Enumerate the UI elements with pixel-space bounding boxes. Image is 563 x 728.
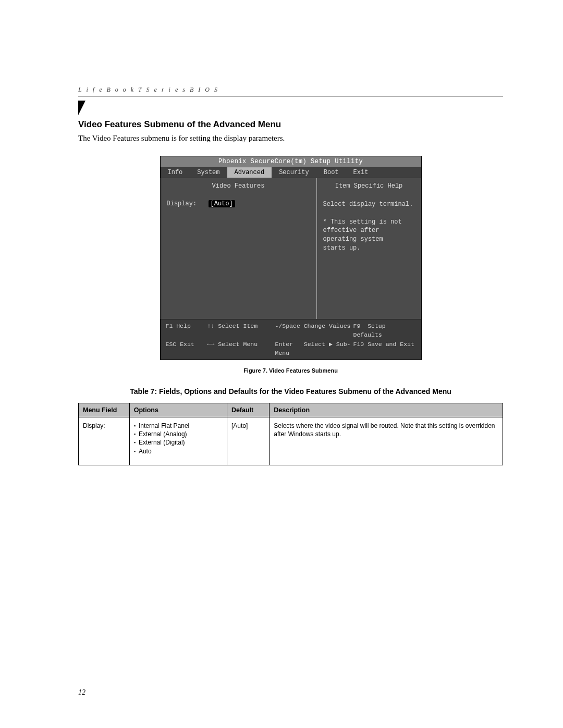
bios-help-panel: Item Specific Help Select display termin… (317, 178, 421, 319)
cell-menu-field: Display: (79, 417, 130, 465)
bios-panel-title: Video Features (167, 182, 310, 190)
options-table: Menu Field Options Default Description D… (78, 403, 503, 465)
bios-field-label: Display: (167, 200, 209, 207)
bios-screenshot: Phoenix SecureCore(tm) Setup Utility Inf… (160, 156, 422, 360)
header-flag-icon (78, 101, 85, 115)
arrow-updown-icon: ↑↓ (207, 323, 215, 329)
option-item: External (Digital) (134, 438, 223, 447)
footer-label: Change Values (304, 323, 351, 329)
bios-help-title: Item Specific Help (323, 182, 415, 190)
footer-label: Save and Exit (368, 341, 414, 348)
cell-options: Internal Flat Panel External (Analog) Ex… (129, 417, 227, 465)
table-title: Table 7: Fields, Options and Defaults fo… (78, 387, 503, 396)
footer-key: Enter (275, 341, 293, 348)
bios-footer: F1 Help ↑↓ Select Item -/Space Change Va… (161, 319, 421, 360)
footer-key: ESC (166, 341, 177, 348)
running-header: L i f e B o o k T S e r i e s B I O S (78, 86, 503, 96)
footer-label: Select Menu (218, 341, 258, 348)
footer-label: Select Item (218, 323, 258, 329)
cell-description: Selects where the video signal will be r… (270, 417, 503, 465)
page-number: 12 (78, 688, 85, 697)
bios-tab-advanced[interactable]: Advanced (227, 167, 272, 178)
bios-left-panel: Video Features Display: [Auto] (161, 178, 317, 319)
bios-tab-system[interactable]: System (190, 167, 227, 178)
footer-key: -/Space (275, 323, 300, 329)
footer-key: F9 (353, 323, 361, 329)
bios-tab-exit[interactable]: Exit (346, 167, 376, 178)
th-menu-field: Menu Field (79, 403, 130, 417)
option-item: Internal Flat Panel (134, 422, 223, 430)
option-item: Auto (134, 447, 223, 455)
bios-field-value[interactable]: [Auto] (209, 200, 235, 207)
footer-label: Exit (180, 341, 194, 348)
footer-key: F10 (353, 341, 364, 348)
section-title: Video Features Submenu of the Advanced M… (78, 119, 503, 130)
th-options: Options (129, 403, 227, 417)
table-header-row: Menu Field Options Default Description (79, 403, 503, 417)
bios-utility-title: Phoenix SecureCore(tm) Setup Utility (161, 156, 421, 167)
figure-caption: Figure 7. Video Features Submenu (78, 367, 503, 374)
footer-key: F1 (166, 323, 173, 329)
footer-label: Help (176, 323, 191, 329)
th-default: Default (227, 403, 269, 417)
lead-paragraph: The Video Features submenu is for settin… (78, 134, 503, 143)
bios-help-body: Select display terminal. * This setting … (323, 200, 415, 253)
bios-tab-bar: Info System Advanced Security Boot Exit (161, 167, 421, 178)
bios-tab-boot[interactable]: Boot (316, 167, 346, 178)
bios-tab-info[interactable]: Info (161, 167, 190, 178)
table-row: Display: Internal Flat Panel External (A… (79, 417, 503, 465)
th-description: Description (270, 403, 503, 417)
arrow-leftright-icon: ←→ (207, 341, 215, 348)
option-item: External (Analog) (134, 430, 223, 438)
cell-default: [Auto] (227, 417, 269, 465)
bios-tab-security[interactable]: Security (272, 167, 316, 178)
bios-field-row: Display: [Auto] (167, 200, 310, 207)
